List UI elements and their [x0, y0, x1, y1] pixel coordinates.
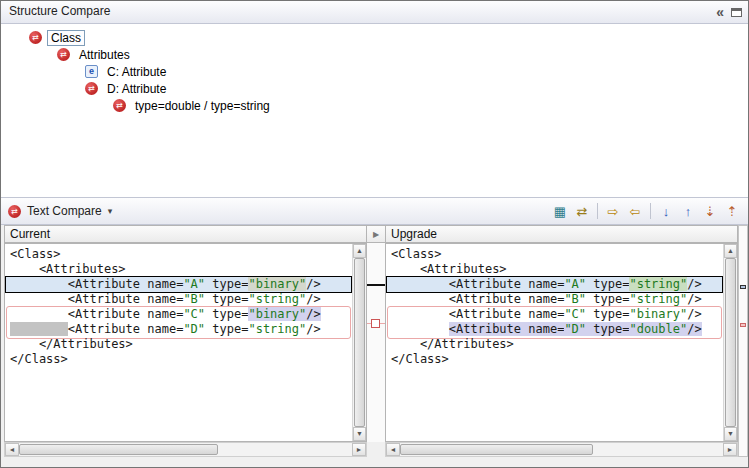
scroll-left-button[interactable]: ◄: [386, 443, 400, 456]
scroll-down-button[interactable]: ▼: [353, 427, 366, 441]
code-line[interactable]: <Attribute name="D" type="double"/>: [391, 322, 723, 337]
xml-text: />: [687, 322, 701, 336]
compare-editor-window: Structure Compare « ⇄Class⇄AttributeseC:…: [0, 0, 749, 468]
scroll-left-button[interactable]: ◄: [5, 443, 19, 456]
overview-ruler[interactable]: [738, 225, 748, 457]
chevron-down-icon[interactable]: ▾: [108, 206, 113, 216]
xml-text: type=: [586, 322, 629, 336]
xml-text: <Attribute name=: [68, 322, 184, 336]
xml-attribute-value: "C": [183, 307, 205, 321]
structure-tree: ⇄Class⇄AttributeseC: Attribute⇄D: Attrib…: [1, 24, 748, 197]
code-line[interactable]: <Attributes>: [391, 262, 723, 277]
conflict-resolve-handle[interactable]: [371, 319, 380, 328]
collapse-icon[interactable]: «: [716, 5, 724, 19]
maximize-icon[interactable]: [731, 8, 742, 17]
scroll-up-button[interactable]: ▲: [724, 244, 737, 258]
overview-conflict-marker[interactable]: [740, 323, 746, 327]
code-line[interactable]: <Attribute name="B" type="string"/>: [10, 292, 352, 307]
structure-compare-header: Structure Compare «: [1, 1, 748, 24]
compare-conflict-icon: ⇄: [8, 205, 21, 218]
code-line[interactable]: </Class>: [10, 352, 352, 367]
next-change-icon[interactable]: ⇣: [700, 201, 720, 221]
conflict-change-icon: ⇄: [113, 99, 126, 112]
code-line[interactable]: <Class>: [10, 247, 352, 262]
compare-toolbar: ▦⇄⇨⇦↓↑⇣⇡: [550, 201, 742, 221]
toolbar-separator: [597, 203, 598, 219]
right-vertical-scrollbar[interactable]: ▲ ▼: [723, 244, 737, 441]
xml-text: />: [306, 322, 320, 336]
tree-item-label: Class: [47, 30, 85, 46]
xml-text: <Attribute name=: [10, 292, 183, 306]
previous-difference-icon[interactable]: ↑: [678, 201, 698, 221]
xml-text: <Attribute name=: [10, 277, 183, 291]
copy-all-from-right-to-left-icon[interactable]: ⇦: [625, 201, 645, 221]
scroll-down-button[interactable]: ▼: [724, 427, 737, 441]
xml-text: type=: [586, 292, 629, 306]
xml-attribute-value: "D": [564, 322, 586, 336]
toolbar-separator: [650, 203, 651, 219]
code-line[interactable]: <Attribute name="C" type="binary"/>: [391, 307, 723, 322]
left-vertical-scrollbar[interactable]: ▲ ▼: [352, 244, 366, 441]
code-line[interactable]: </Attributes>: [10, 337, 352, 352]
code-line[interactable]: <Attribute name="C" type="binary"/>: [10, 307, 352, 322]
next-difference-icon[interactable]: ↓: [656, 201, 676, 221]
xml-text: [10, 322, 68, 336]
xml-text: type=: [205, 322, 248, 336]
xml-text: </Class>: [391, 352, 449, 366]
xml-text: type=: [586, 277, 629, 291]
conflict-change-icon: ⇄: [57, 48, 70, 61]
left-compare-pane[interactable]: <Class> <Attributes> <Attribute name="A"…: [4, 243, 367, 442]
xml-text: />: [687, 307, 701, 321]
xml-text: />: [306, 307, 320, 321]
xml-attribute-value: "B": [183, 292, 205, 306]
scrollbar-thumb[interactable]: [400, 444, 593, 455]
right-code-area[interactable]: <Class> <Attributes> <Attribute name="A"…: [386, 244, 723, 441]
tree-item[interactable]: eC: Attribute: [1, 63, 748, 80]
xml-text: <Class>: [10, 247, 61, 261]
left-code-area[interactable]: <Class> <Attributes> <Attribute name="A"…: [5, 244, 352, 441]
code-line[interactable]: </Attributes>: [391, 337, 723, 352]
diff-connector-strip: [367, 243, 385, 442]
code-line[interactable]: </Class>: [391, 352, 723, 367]
xml-attribute-value: "double": [629, 322, 687, 336]
right-compare-pane[interactable]: <Class> <Attributes> <Attribute name="A"…: [385, 243, 738, 442]
scroll-up-button[interactable]: ▲: [353, 244, 366, 258]
swap-left-and-right-icon[interactable]: ⇄: [572, 201, 592, 221]
scroll-right-button[interactable]: ►: [723, 443, 737, 456]
left-horizontal-scrollbar[interactable]: ◄ ►: [4, 442, 367, 457]
tree-item-label: type=double / type=string: [131, 98, 274, 114]
xml-text: />: [306, 292, 320, 306]
code-line[interactable]: <Attributes>: [10, 262, 352, 277]
code-line[interactable]: <Class>: [391, 247, 723, 262]
tree-item[interactable]: ⇄D: Attribute: [1, 80, 748, 97]
xml-attribute-value: "A": [183, 277, 205, 291]
tree-item[interactable]: ⇄Attributes: [1, 46, 748, 63]
overview-diff-marker[interactable]: [740, 285, 746, 289]
code-line[interactable]: <Attribute name="A" type="string"/>: [391, 277, 723, 292]
scrollbar-thumb[interactable]: [354, 258, 365, 427]
show-ancestor-pane-icon[interactable]: ▦: [550, 201, 570, 221]
scroll-right-button[interactable]: ►: [352, 443, 366, 456]
tree-item[interactable]: ⇄Class: [1, 29, 748, 46]
xml-attribute-value: "binary": [629, 307, 687, 321]
previous-change-icon[interactable]: ⇡: [722, 201, 742, 221]
xml-text: <Attribute name=: [391, 292, 564, 306]
xml-text: [391, 322, 449, 336]
xml-attribute-value: "string": [248, 322, 306, 336]
code-line[interactable]: <Attribute name="B" type="string"/>: [391, 292, 723, 307]
copy-all-from-left-to-right-icon[interactable]: ⇨: [603, 201, 623, 221]
scrollbar-thumb[interactable]: [19, 444, 218, 455]
code-line[interactable]: <Attribute name="A" type="binary"/>: [10, 277, 352, 292]
xml-attribute-value: "binary": [248, 307, 306, 321]
scrollbar-thumb[interactable]: [725, 258, 736, 427]
tree-item-label: Attributes: [75, 47, 134, 63]
code-line[interactable]: <Attribute name="D" type="string"/>: [10, 322, 352, 337]
xml-text: <Attribute name=: [391, 277, 564, 291]
xml-text: </Attributes>: [10, 337, 133, 351]
right-horizontal-scrollbar[interactable]: ◄ ►: [385, 442, 738, 457]
xml-attribute-value: "A": [564, 277, 586, 291]
xml-attribute-value: "C": [564, 307, 586, 321]
structure-header-toolbar: «: [716, 1, 742, 23]
tree-item[interactable]: ⇄type=double / type=string: [1, 97, 748, 114]
right-pane-header: Upgrade: [385, 225, 738, 243]
